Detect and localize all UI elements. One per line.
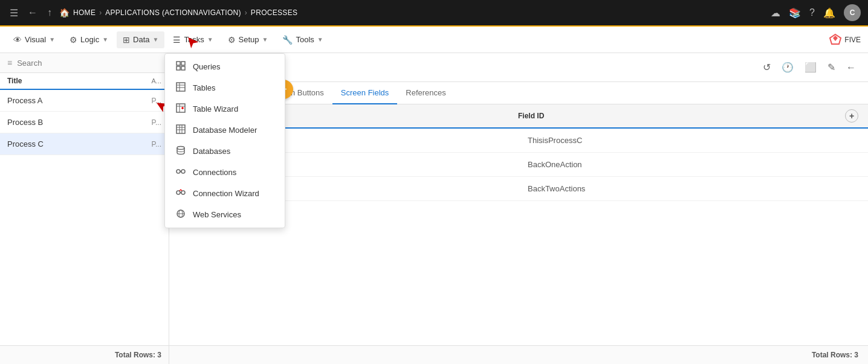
dropdown-tables[interactable]: Tables (165, 77, 285, 98)
dropdown-table-wizard-label: Table Wizard (193, 104, 238, 113)
svg-point-20 (181, 170, 185, 173)
main-content: ≡ Title A... + Process A P... Process B … (0, 53, 868, 364)
breadcrumb-sep-1: › (99, 8, 102, 17)
copy-icon[interactable]: ⬜ (802, 59, 819, 75)
logic-icon: ⚙ (70, 35, 77, 45)
five-logo-icon (829, 33, 842, 46)
search-bar: ≡ (0, 53, 169, 73)
right-actions: ↺ 🕐 ⬜ ✎ ← (760, 59, 858, 75)
list-item[interactable]: Process B P... (0, 112, 169, 133)
row-field-id: BackTwoActions (528, 184, 858, 193)
menu-bar: 👁 Visual ▼ ⚙ Logic ▼ ⊞ Data ▼ ☰ Tasks ▼ … (0, 27, 868, 53)
dropdown-table-wizard[interactable]: Table Wizard (165, 98, 285, 120)
svg-point-22 (177, 191, 180, 194)
menu-tools[interactable]: 🔧 Tools ▼ (276, 31, 329, 48)
databases-icon (175, 145, 187, 157)
dropdown-databases-label: Databases (193, 147, 230, 156)
svg-rect-2 (177, 62, 180, 65)
breadcrumb-processes[interactable]: PROCESSES (251, 8, 297, 17)
list-item-extra: P... (152, 140, 161, 148)
list-item[interactable]: Process A P... (0, 90, 169, 112)
breadcrumb-sep-2: › (245, 8, 247, 17)
process-list: Process A P... Process B P... Process C … (0, 90, 169, 345)
svg-rect-5 (181, 66, 185, 70)
th-add: + (839, 109, 858, 123)
undo-icon[interactable]: ↺ (760, 59, 773, 75)
menu-tasks[interactable]: ☰ Tasks ▼ (167, 31, 219, 48)
cloud-icon[interactable]: ☁ (771, 7, 780, 19)
menu-tools-label: Tools (296, 35, 314, 44)
five-logo-text: FIVE (844, 36, 861, 44)
left-panel: ≡ Title A... + Process A P... Process B … (0, 53, 169, 364)
dropdown-connection-wizard[interactable]: Connection Wizard (165, 183, 285, 204)
logic-arrow: ▼ (102, 36, 108, 43)
add-field-button[interactable]: + (845, 109, 858, 123)
five-logo: FIVE (829, 33, 861, 46)
back-nav-icon[interactable]: ← (25, 5, 40, 21)
table-wizard-icon (175, 103, 187, 115)
history-icon[interactable]: 🕐 (779, 59, 796, 75)
data-icon: ⊞ (123, 35, 130, 45)
th-field-id: Field ID (518, 112, 839, 120)
search-input[interactable] (17, 59, 161, 68)
svg-rect-4 (177, 66, 180, 70)
dropdown-connections-label: Connections (193, 168, 236, 177)
menu-tasks-label: Tasks (184, 35, 204, 44)
data-arrow: ▼ (153, 36, 159, 43)
tools-arrow: ▼ (317, 36, 323, 43)
svg-point-18 (177, 147, 184, 150)
list-col-title: Title (7, 77, 146, 85)
dropdown-databases[interactable]: Databases (165, 141, 285, 162)
dropdown-database-modeler[interactable]: Database Modeler (165, 120, 285, 141)
back-icon[interactable]: ← (844, 60, 858, 75)
tasks-icon: ☰ (173, 35, 181, 45)
tab-references[interactable]: References (397, 82, 454, 104)
help-icon[interactable]: ? (809, 7, 815, 18)
top-nav-right: ☁ 📚 ? 🔔 C (771, 4, 861, 21)
queries-icon (175, 61, 187, 72)
svg-rect-6 (177, 83, 185, 91)
breadcrumb-home[interactable]: HOME (73, 8, 96, 17)
menu-setup[interactable]: ⚙ Setup ▼ (222, 31, 274, 48)
menu-bar-left: 👁 Visual ▼ ⚙ Logic ▼ ⊞ Data ▼ ☰ Tasks ▼ … (7, 31, 829, 48)
top-nav: ☰ ← ↑ 🏠 HOME › APPLICATIONS (ACTIONNAVIG… (0, 0, 868, 27)
data-dropdown-menu: Queries Tables Table Wizard Database Mod… (164, 53, 285, 228)
svg-point-23 (181, 191, 185, 194)
forward-nav-icon[interactable]: ↑ (45, 5, 54, 21)
menu-visual[interactable]: 👁 Visual ▼ (7, 31, 61, 48)
tables-icon (175, 82, 187, 94)
row-field-id: ThisisProcessC (528, 136, 858, 145)
dropdown-tables-label: Tables (193, 83, 216, 92)
list-item-title: Process B (7, 118, 152, 127)
book-icon[interactable]: 📚 (789, 7, 801, 19)
menu-logic[interactable]: ⚙ Logic ▼ (63, 31, 114, 48)
tasks-arrow: ▼ (207, 36, 213, 43)
menu-data[interactable]: ⊞ Data ▼ (117, 31, 164, 48)
tab-screen-fields[interactable]: Screen Fields (332, 82, 397, 104)
list-item-extra: P... (152, 118, 161, 127)
breadcrumb-applications[interactable]: APPLICATIONS (ACTIONNAVIGATION) (105, 8, 241, 17)
svg-rect-3 (181, 62, 185, 65)
edit-icon[interactable]: ✎ (825, 59, 838, 75)
row-field-id: BackOneAction (528, 160, 858, 169)
tools-icon: 🔧 (282, 35, 293, 45)
menu-setup-label: Setup (239, 35, 259, 44)
menu-visual-label: Visual (25, 35, 46, 44)
dropdown-connection-wizard-label: Connection Wizard (193, 189, 259, 198)
bell-icon[interactable]: 🔔 (823, 7, 835, 19)
list-item[interactable]: Process C P... (0, 133, 169, 155)
setup-arrow: ▼ (262, 36, 268, 43)
left-panel-footer: Total Rows: 3 (0, 345, 169, 364)
web-services-icon (175, 209, 187, 220)
dropdown-web-services[interactable]: Web Services (165, 204, 285, 225)
dropdown-queries-label: Queries (193, 62, 221, 71)
connection-wizard-icon (175, 188, 187, 199)
dropdown-queries[interactable]: Queries (165, 56, 285, 77)
database-modeler-icon (175, 124, 187, 136)
breadcrumb: 🏠 HOME › APPLICATIONS (ACTIONNAVIGATION)… (59, 8, 297, 18)
hamburger-icon[interactable]: ☰ (7, 5, 21, 21)
top-nav-left: ☰ ← ↑ 🏠 HOME › APPLICATIONS (ACTIONNAVIG… (7, 5, 766, 21)
dropdown-connections[interactable]: Connections (165, 162, 285, 183)
list-header: Title A... + (0, 73, 169, 90)
user-avatar[interactable]: C (844, 4, 861, 21)
